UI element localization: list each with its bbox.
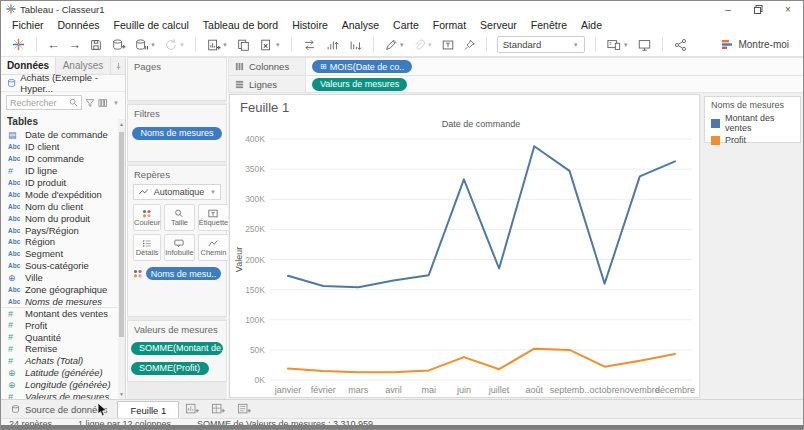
- pin-button[interactable]: [460, 35, 479, 55]
- menu-item-serveur[interactable]: Serveur: [473, 17, 524, 33]
- field-item[interactable]: ⊕Latitude (générée): [1, 367, 125, 379]
- field-item[interactable]: AbcPays/Région: [1, 224, 125, 236]
- detail-button[interactable]: Détails: [133, 234, 161, 261]
- menu-item-fichier[interactable]: Fichier: [5, 17, 51, 33]
- highlight-button[interactable]: ▼: [381, 35, 408, 55]
- menu-item-format[interactable]: Format: [426, 17, 473, 33]
- swap-axes-button[interactable]: [299, 35, 320, 55]
- view-mode-select[interactable]: Standard▼: [497, 36, 585, 53]
- tableau-logo-button[interactable]: [8, 35, 29, 55]
- dropdown-caret-icon[interactable]: ▼: [427, 42, 433, 48]
- legend-item[interactable]: Montant des ventes: [705, 112, 800, 134]
- filter-pill[interactable]: Noms de mesures: [132, 127, 222, 140]
- menu-item-analyse[interactable]: Analyse: [335, 17, 386, 33]
- dropdown-caret-icon[interactable]: ▼: [275, 42, 281, 48]
- label-button[interactable]: Étiquette: [198, 204, 230, 231]
- field-item[interactable]: AbcMode d'expédition: [1, 188, 125, 200]
- field-item[interactable]: AbcID produit: [1, 177, 125, 189]
- pause-updates-button[interactable]: ▼: [131, 35, 159, 55]
- expand-icon[interactable]: ⊞: [320, 62, 327, 71]
- field-item[interactable]: #ID ligne: [1, 165, 125, 177]
- mark-type-select[interactable]: Automatique ▼: [133, 184, 221, 200]
- chevron-down-icon: ▼: [573, 42, 579, 48]
- field-item[interactable]: AbcNoms de mesures: [1, 295, 125, 307]
- dropdown-caret-icon[interactable]: ▼: [179, 42, 185, 48]
- new-story-tab-button[interactable]: [231, 400, 257, 418]
- measure-pill[interactable]: SOMME(Profit): [131, 362, 209, 375]
- field-item[interactable]: ▤Date de commande: [1, 129, 125, 141]
- rows-shelf-label: Lignes: [228, 75, 306, 93]
- maximize-button[interactable]: [743, 1, 773, 17]
- share-button[interactable]: [670, 35, 691, 55]
- show-me-button[interactable]: Montre-moi: [722, 39, 797, 50]
- data-pane: Données Analyses Achats (Exemple - Hyper…: [1, 57, 126, 399]
- path-button[interactable]: Chemin: [198, 234, 230, 261]
- sort-descending-button[interactable]: [345, 35, 366, 55]
- color-button[interactable]: Couleur: [133, 204, 161, 231]
- scroll-down-icon[interactable]: ▼: [118, 391, 125, 397]
- color-legend-pill[interactable]: Noms de mesu..: [146, 267, 221, 280]
- text-label-button[interactable]: [438, 35, 458, 55]
- undo-button[interactable]: ←: [44, 35, 63, 55]
- presentation-button[interactable]: [634, 35, 655, 55]
- paperclip-button[interactable]: ▼: [410, 35, 436, 55]
- device-preview-button[interactable]: ▼: [603, 35, 632, 55]
- menu-item-feuilledecalcul[interactable]: Feuille de calcul: [107, 17, 196, 33]
- dropdown-caret-icon[interactable]: ▼: [623, 42, 629, 48]
- filter-funnel-icon[interactable]: [85, 98, 95, 108]
- data-pane-scrollbar[interactable]: ▲ ▼: [118, 119, 125, 399]
- close-button[interactable]: ×: [773, 1, 803, 17]
- refresh-button[interactable]: ▼: [161, 35, 188, 55]
- field-item[interactable]: AbcID client: [1, 141, 125, 153]
- rows-pill[interactable]: Valeurs de mesures: [312, 78, 407, 91]
- dropdown-caret-icon[interactable]: ▼: [150, 42, 156, 48]
- menu-item-aide[interactable]: Aide: [574, 17, 609, 33]
- field-item[interactable]: AbcID commande: [1, 153, 125, 165]
- sheet-tab-feuille1[interactable]: Feuille 1: [117, 401, 179, 418]
- save-button[interactable]: [86, 35, 106, 55]
- scroll-up-icon[interactable]: ▲: [118, 121, 125, 127]
- add-datasource-button[interactable]: [108, 35, 129, 55]
- measure-pill[interactable]: SOMME(Montant de..: [131, 342, 223, 355]
- menu-item-tableaudebord[interactable]: Tableau de bord: [196, 17, 285, 33]
- field-item[interactable]: AbcRégion: [1, 236, 125, 248]
- legend-item[interactable]: Profit: [705, 134, 800, 146]
- field-item[interactable]: AbcSegment: [1, 248, 125, 260]
- dropdown-caret-icon[interactable]: ▼: [399, 42, 405, 48]
- menu-item-histoire[interactable]: Histoire: [285, 17, 335, 33]
- new-dashboard-tab-button[interactable]: [205, 400, 231, 418]
- field-item[interactable]: #Remise: [1, 343, 125, 355]
- tooltip-button[interactable]: Infobulle: [164, 234, 194, 261]
- chevron-down-icon[interactable]: ▼: [113, 100, 119, 106]
- field-item[interactable]: #Montant des ventes: [1, 307, 125, 319]
- field-item[interactable]: #Profit: [1, 319, 125, 331]
- size-button[interactable]: Taille: [164, 204, 194, 231]
- menu-item-fentre[interactable]: Fenêtre: [524, 17, 574, 33]
- duplicate-button[interactable]: [233, 35, 254, 55]
- line-chart[interactable]: Date de commandeValeur0K50K100K150K200K2…: [230, 116, 701, 398]
- view-columns-icon[interactable]: [98, 98, 109, 108]
- field-item[interactable]: AbcZone géographique: [1, 284, 125, 296]
- field-item[interactable]: ⊕Longitude (générée): [1, 379, 125, 391]
- new-worksheet-tab-button[interactable]: [179, 400, 205, 418]
- menu-item-donnes[interactable]: Données: [51, 17, 107, 33]
- toolbar-separator: [486, 37, 487, 52]
- field-item[interactable]: AbcSous-catégorie: [1, 260, 125, 272]
- dropdown-caret-icon[interactable]: ▼: [222, 42, 228, 48]
- columns-pill[interactable]: ⊞MOIS(Date de co..: [312, 60, 412, 73]
- search-input[interactable]: Rechercher: [6, 95, 82, 110]
- field-item[interactable]: ⊕Ville: [1, 272, 125, 284]
- menu-item-carte[interactable]: Carte: [386, 17, 426, 33]
- field-item[interactable]: AbcNom du client: [1, 200, 125, 212]
- field-item[interactable]: #Quantité: [1, 331, 125, 343]
- field-item[interactable]: AbcNom du produit: [1, 212, 125, 224]
- field-item[interactable]: #Achats (Total): [1, 355, 125, 367]
- clear-sheet-button[interactable]: ▼: [256, 35, 284, 55]
- redo-button[interactable]: →: [65, 35, 84, 55]
- sort-ascending-button[interactable]: [322, 35, 343, 55]
- datasource-connection[interactable]: Achats (Exemple - Hyper...: [1, 75, 125, 92]
- minimize-button[interactable]: –: [713, 1, 743, 17]
- scrollbar-thumb[interactable]: [119, 132, 124, 337]
- new-worksheet-button[interactable]: ▼: [203, 35, 231, 55]
- field-label: Nom du produit: [25, 213, 90, 224]
